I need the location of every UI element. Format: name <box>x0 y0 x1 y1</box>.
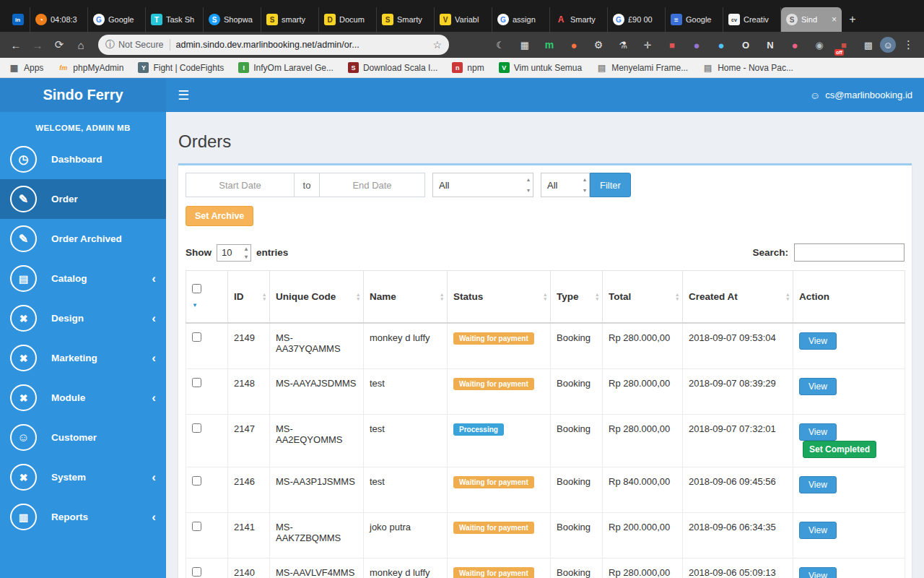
bookmark-nova[interactable]: Home - Nova Pac... <box>702 62 793 73</box>
col-header-status[interactable]: Status <box>448 271 551 324</box>
browser-tab-smarty-answers[interactable]: ASmarty <box>550 7 608 32</box>
sidebar-item-customer[interactable]: Customer <box>0 418 166 457</box>
set-completed-button[interactable]: Set Completed <box>803 441 876 458</box>
close-tab-icon[interactable]: × <box>832 14 837 25</box>
sidebar-item-reports[interactable]: Reports‹ <box>0 497 166 537</box>
bookmark-menyelami[interactable]: Menyelami Frame... <box>596 62 688 73</box>
bookmark-scala[interactable]: Download Scala I... <box>348 62 437 73</box>
monday-icon[interactable] <box>542 38 557 52</box>
url-text[interactable]: admin.sindo.dev.marlinbooking.net/admin/… <box>176 40 429 50</box>
browser-tab-document[interactable]: DDocum <box>319 7 377 32</box>
google-favicon: G <box>93 14 105 25</box>
browser-tab-currency[interactable]: G£90 00 <box>608 7 666 32</box>
sidebar-item-order-archived[interactable]: Order Archived <box>0 219 166 259</box>
unique-code-cell: MS-AAK7ZBQMMS <box>270 512 364 558</box>
status-filter-select[interactable]: All <box>432 173 533 197</box>
bookmark-infyom[interactable]: InfyOm Laravel Ge... <box>238 62 334 73</box>
browser-tab-variable[interactable]: VVariabl <box>435 7 492 32</box>
set-archive-button[interactable]: Set Archive <box>186 206 253 226</box>
view-button[interactable]: View <box>799 423 837 441</box>
forward-button[interactable]: → <box>29 39 46 51</box>
filter-caret-icon[interactable] <box>192 298 222 309</box>
browser-tab-sindo-active[interactable]: SSind× <box>781 7 842 32</box>
sidebar-item-marketing[interactable]: Marketing‹ <box>0 338 166 378</box>
screenshot-grid-icon[interactable] <box>518 38 532 52</box>
new-tab-button[interactable]: + <box>842 7 863 32</box>
col-header-type[interactable]: Type <box>551 271 603 324</box>
home-button[interactable]: ⌂ <box>72 39 90 51</box>
browser-menu-icon[interactable]: ⋮ <box>900 38 917 51</box>
browser-tab-gdocs[interactable]: ≡Google <box>666 7 723 32</box>
browser-tab-creative[interactable]: cvCreativ <box>723 7 781 32</box>
bookmark-npm[interactable]: npm <box>452 62 484 73</box>
view-button[interactable]: View <box>799 378 837 395</box>
sidebar-toggle-icon[interactable]: ☰ <box>178 87 189 103</box>
select-all-checkbox[interactable] <box>192 284 201 293</box>
brand-logo[interactable]: Sindo Ferry <box>0 78 166 112</box>
end-date-input[interactable] <box>320 173 425 197</box>
info-icon[interactable]: ⓘ <box>105 38 115 51</box>
sidebar-item-module[interactable]: Module‹ <box>0 378 166 418</box>
search-input[interactable] <box>794 243 905 262</box>
browser-tab-timer[interactable]: ◔04:08:3 <box>30 7 88 32</box>
circle-o-icon[interactable] <box>738 38 753 52</box>
type-filter-select[interactable]: All <box>541 173 590 197</box>
browser-tab-google[interactable]: GGoogle <box>88 7 146 32</box>
col-header-total[interactable]: Total <box>603 271 683 324</box>
bookmark-apps[interactable]: Apps <box>9 62 43 73</box>
browser-tab-shopware[interactable]: SShopwa <box>204 7 261 32</box>
colorzilla-icon[interactable] <box>567 38 581 52</box>
browser-tab-smarty-2[interactable]: SSmarty <box>377 7 435 32</box>
view-button[interactable]: View <box>799 567 837 578</box>
bookmark-codefights[interactable]: Fight | CodeFights <box>138 62 224 73</box>
gear-icon[interactable] <box>591 38 606 52</box>
address-bar[interactable]: ⓘ Not Secure admin.sindo.dev.marlinbooki… <box>98 35 449 55</box>
col-header-created-at[interactable]: Created At <box>683 271 793 324</box>
col-header-unique-code[interactable]: Unique Code <box>270 271 364 324</box>
view-button[interactable]: View <box>799 332 837 350</box>
reload-button[interactable]: ⟳ <box>51 38 68 51</box>
bookmark-phpmyadmin[interactable]: phpMyAdmin <box>58 62 123 73</box>
row-checkbox[interactable] <box>192 522 201 531</box>
row-checkbox[interactable] <box>192 423 201 433</box>
browser-tab-linkedin[interactable]: in <box>6 7 30 32</box>
profile-avatar[interactable]: ☺ <box>880 37 896 53</box>
sidebar-item-system[interactable]: System‹ <box>0 457 166 497</box>
back-button[interactable]: ← <box>7 39 25 51</box>
pixel-ruler-icon[interactable] <box>665 38 679 52</box>
view-button[interactable]: View <box>799 476 837 493</box>
row-checkbox[interactable] <box>192 476 201 486</box>
notion-icon[interactable] <box>763 38 777 52</box>
sidebar-item-catalog[interactable]: Catalog‹ <box>0 259 166 298</box>
camera-blue-icon[interactable] <box>714 38 728 52</box>
sidebar-item-order[interactable]: Order <box>0 179 166 219</box>
sidebar-item-label: Reports <box>51 512 88 522</box>
dark-mode-moon-icon[interactable] <box>493 38 507 52</box>
row-checkbox[interactable] <box>192 332 201 342</box>
stylus-icon[interactable] <box>689 38 704 52</box>
start-date-input[interactable] <box>186 173 294 197</box>
col-header-id[interactable]: ID <box>228 271 270 324</box>
sort-icon <box>676 293 679 301</box>
browser-tab-assign[interactable]: Gassign <box>492 7 550 32</box>
puzzle-icon[interactable] <box>861 38 876 52</box>
bookmark-star-icon[interactable]: ☆ <box>432 39 442 51</box>
row-checkbox[interactable] <box>192 378 201 387</box>
crosshair-icon[interactable] <box>640 38 655 52</box>
camera-dark-icon[interactable] <box>812 38 827 52</box>
adblock-icon[interactable]: off <box>837 38 851 52</box>
page-size-select[interactable]: 10 <box>217 244 251 262</box>
flask-icon[interactable] <box>616 38 630 52</box>
select-all-header[interactable] <box>186 271 228 324</box>
filter-button[interactable]: Filter <box>590 173 631 197</box>
browser-tab-smarty-1[interactable]: Ssmarty <box>261 7 319 32</box>
sidebar-item-dashboard[interactable]: Dashboard <box>0 139 166 179</box>
view-button[interactable]: View <box>799 522 837 539</box>
pink-dot-icon[interactable] <box>788 38 802 52</box>
row-checkbox[interactable] <box>192 567 201 577</box>
bookmark-vim[interactable]: Vim untuk Semua <box>499 62 583 73</box>
sidebar-item-design[interactable]: Design‹ <box>0 298 166 338</box>
user-menu[interactable]: cs@marlinbooking.id <box>810 90 912 101</box>
browser-tab-taskshift[interactable]: TTask Sh <box>146 7 204 32</box>
col-header-name[interactable]: Name <box>364 271 448 324</box>
